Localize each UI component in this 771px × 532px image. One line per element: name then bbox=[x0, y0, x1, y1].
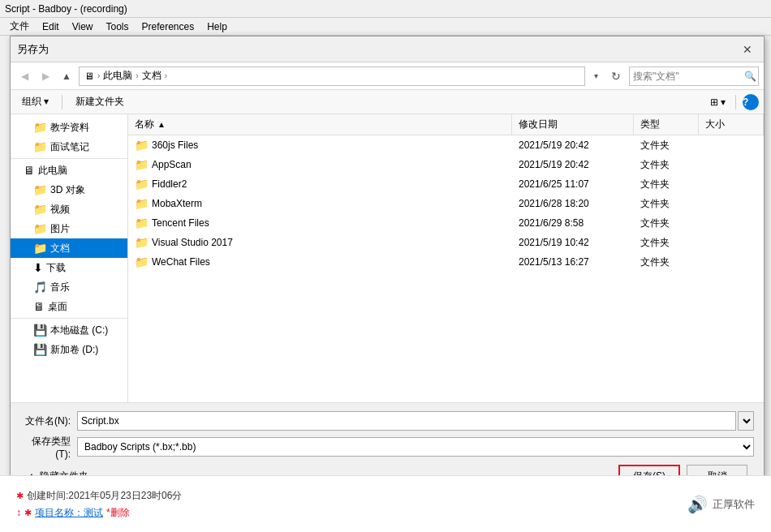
info-timestamp: 创建时间:2021年05月23日23时06分 bbox=[27, 489, 182, 503]
folder-icon: 📁 bbox=[33, 183, 47, 196]
file-size-cell bbox=[699, 155, 764, 174]
file-type-cell: 文件夹 bbox=[634, 135, 699, 155]
folder-icon: 📁 bbox=[135, 139, 149, 152]
nav-separator bbox=[11, 158, 127, 159]
folder-icon: 📁 bbox=[33, 222, 47, 235]
nav-item-documents[interactable]: 📁 文档 bbox=[11, 238, 127, 258]
dialog-titlebar: 另存为 ✕ bbox=[11, 36, 764, 62]
filename-row: 文件名(N): bbox=[20, 410, 754, 432]
nav-item-c-drive[interactable]: 💾 本地磁盘 (C:) bbox=[11, 320, 127, 340]
arrow-icon: ↕ bbox=[16, 507, 21, 518]
file-date-cell: 2021/5/19 20:42 bbox=[512, 155, 634, 174]
filename-input[interactable] bbox=[77, 411, 736, 431]
file-name-cell: 📁 WeChat Files bbox=[128, 252, 512, 272]
filetype-select[interactable]: Badboy Scripts (*.bx;*.bb) bbox=[77, 437, 754, 457]
help-button[interactable]: ? bbox=[743, 94, 759, 110]
menu-edit[interactable]: Edit bbox=[36, 19, 66, 34]
folder-icon: ⬇ bbox=[33, 261, 43, 274]
breadcrumb-documents[interactable]: 文档 bbox=[142, 69, 162, 83]
nav-item-d-drive[interactable]: 💾 新加卷 (D:) bbox=[11, 340, 127, 359]
col-header-size[interactable]: 大小 bbox=[699, 114, 764, 135]
search-input[interactable] bbox=[630, 71, 743, 82]
star-icon-2: ✱ bbox=[24, 508, 32, 518]
nav-item-3d[interactable]: 📁 3D 对象 bbox=[11, 180, 127, 200]
file-list-header: 名称 ▲ 修改日期 类型 大小 bbox=[128, 114, 764, 135]
nav-item-downloads[interactable]: ⬇ 下载 bbox=[11, 258, 127, 277]
file-row[interactable]: 📁 360js Files 2021/5/19 20:42 文件夹 bbox=[128, 135, 764, 155]
nav-item-desktop[interactable]: 🖥 桌面 bbox=[11, 297, 127, 316]
file-date-cell: 2021/5/19 10:42 bbox=[512, 233, 634, 252]
menu-preferences[interactable]: Preferences bbox=[136, 19, 201, 34]
file-row[interactable]: 📁 WeChat Files 2021/5/13 16:27 文件夹 bbox=[128, 252, 764, 272]
file-type-cell: 文件夹 bbox=[634, 194, 699, 213]
star-icon: ✱ bbox=[16, 491, 24, 501]
folder-icon: 📁 bbox=[135, 158, 149, 171]
folder-icon: 📁 bbox=[33, 121, 47, 134]
nav-item-music[interactable]: 🎵 音乐 bbox=[11, 277, 127, 297]
info-line-1: ✱ 创建时间:2021年05月23日23时06分 bbox=[16, 489, 687, 503]
project-name-link[interactable]: 项目名称：测试 bbox=[35, 506, 103, 520]
col-header-name[interactable]: 名称 ▲ bbox=[128, 114, 512, 135]
file-size-cell bbox=[699, 252, 764, 272]
file-name-cell: 📁 MobaXterm bbox=[128, 194, 512, 213]
file-toolbar: 组织 ▾ 新建文件夹 ⊞ ▾ ? bbox=[11, 90, 764, 114]
search-box: 🔍 bbox=[629, 66, 759, 86]
file-size-cell bbox=[699, 135, 764, 155]
menu-help[interactable]: Help bbox=[200, 19, 234, 34]
organize-button[interactable]: 组织 ▾ bbox=[15, 93, 55, 111]
file-name-cell: 📁 AppScan bbox=[128, 155, 512, 174]
computer-icon: 🖥 bbox=[24, 164, 35, 177]
file-name-cell: 📁 Visual Studio 2017 bbox=[128, 233, 512, 252]
app-titlebar: Script - Badboy - (recording) bbox=[0, 0, 771, 18]
view-button[interactable]: ⊞ ▾ bbox=[707, 93, 729, 111]
file-row[interactable]: 📁 Visual Studio 2017 2021/5/19 10:42 文件夹 bbox=[128, 233, 764, 252]
folder-icon: 📁 bbox=[135, 197, 149, 210]
app-title: Script - Badboy - (recording) bbox=[5, 3, 127, 15]
file-pane: 名称 ▲ 修改日期 类型 大小 📁 360js Files 2021/ bbox=[128, 114, 764, 402]
folder-icon: 📁 bbox=[33, 242, 47, 255]
menu-file[interactable]: 文件 bbox=[3, 18, 36, 35]
folder-icon: 📁 bbox=[135, 178, 149, 191]
breadcrumb-computer[interactable]: 此电脑 bbox=[103, 69, 132, 83]
filetype-row: 保存类型(T): Badboy Scripts (*.bx;*.bb) bbox=[20, 435, 754, 458]
filetype-label: 保存类型(T): bbox=[20, 435, 77, 460]
menubar: 文件 Edit View Tools Preferences Help bbox=[0, 18, 771, 36]
nav-item-thispc[interactable]: 🖥 此电脑 bbox=[11, 161, 127, 180]
address-bar: ◀ ▶ ▲ 🖥 › 此电脑 › 文档 › ▾ ↻ 🔍 bbox=[11, 62, 764, 90]
logo-icon: 🔊 bbox=[687, 495, 708, 514]
nav-item-video[interactable]: 📁 视频 bbox=[11, 200, 127, 219]
nav-item-jiaoxue[interactable]: 📁 教学资料 bbox=[11, 118, 127, 137]
file-row[interactable]: 📁 MobaXterm 2021/6/28 18:20 文件夹 bbox=[128, 194, 764, 213]
file-name-cell: 📁 Tencent Files bbox=[128, 213, 512, 233]
delete-label: *删除 bbox=[106, 506, 130, 520]
menu-tools[interactable]: Tools bbox=[99, 19, 135, 34]
folder-icon: 📁 bbox=[135, 217, 149, 230]
info-content: ✱ 创建时间:2021年05月23日23时06分 ↕ ✱ 项目名称：测试 *删除 bbox=[16, 489, 687, 520]
dialog-close-button[interactable]: ✕ bbox=[738, 40, 757, 59]
forward-button[interactable]: ▶ bbox=[37, 67, 54, 85]
up-button[interactable]: ▲ bbox=[58, 67, 75, 85]
search-icon[interactable]: 🔍 bbox=[743, 67, 758, 85]
file-type-cell: 文件夹 bbox=[634, 174, 699, 194]
toolbar-separator bbox=[62, 95, 62, 109]
filename-dropdown[interactable] bbox=[738, 411, 754, 431]
toolbar-separator-2 bbox=[735, 95, 736, 109]
col-header-date[interactable]: 修改日期 bbox=[512, 114, 634, 135]
file-row[interactable]: 📁 Fiddler2 2021/6/25 11:07 文件夹 bbox=[128, 174, 764, 194]
col-header-type[interactable]: 类型 bbox=[634, 114, 699, 135]
folder-icon: 📁 bbox=[135, 236, 149, 249]
folder-icon: 📁 bbox=[33, 140, 47, 153]
file-row[interactable]: 📁 AppScan 2021/5/19 20:42 文件夹 bbox=[128, 155, 764, 174]
address-dropdown-button[interactable]: ▾ bbox=[588, 67, 603, 85]
menu-view[interactable]: View bbox=[66, 19, 100, 34]
nav-item-mianshi[interactable]: 📁 面试笔记 bbox=[11, 137, 127, 157]
logo-text: 正厚软件 bbox=[713, 497, 755, 512]
nav-item-pictures[interactable]: 📁 图片 bbox=[11, 219, 127, 238]
file-row[interactable]: 📁 Tencent Files 2021/6/29 8:58 文件夹 bbox=[128, 213, 764, 233]
file-type-cell: 文件夹 bbox=[634, 252, 699, 272]
file-date-cell: 2021/6/28 18:20 bbox=[512, 194, 634, 213]
back-button[interactable]: ◀ bbox=[15, 67, 33, 85]
folder-icon: 🎵 bbox=[33, 281, 47, 294]
refresh-button[interactable]: ↻ bbox=[606, 66, 626, 86]
new-folder-button[interactable]: 新建文件夹 bbox=[69, 93, 131, 111]
